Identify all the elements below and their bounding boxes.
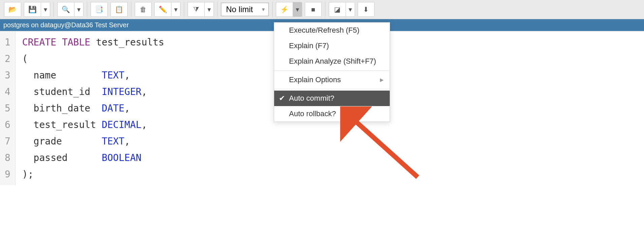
- line-number: 4: [5, 84, 10, 100]
- caret-down-icon: ▼: [261, 7, 266, 12]
- save-button[interactable]: 💾: [24, 2, 41, 17]
- line-number: 1: [5, 34, 10, 51]
- check-icon: ✔: [279, 94, 285, 103]
- code-area[interactable]: CREATE TABLE test_results( name TEXT, st…: [15, 31, 164, 185]
- filter-split: ⧩ ▾: [188, 2, 214, 17]
- execute-button[interactable]: ⚡: [276, 2, 293, 17]
- copy-icon: 📑: [95, 5, 103, 13]
- line-number: 3: [5, 67, 10, 84]
- trash-icon: 🗑: [140, 6, 147, 13]
- edit-button[interactable]: ✏️: [154, 2, 171, 17]
- line-gutter: 123456789: [0, 31, 15, 185]
- clear-button[interactable]: ◪: [329, 2, 346, 17]
- line-number: 7: [5, 133, 10, 150]
- caret-down-icon: ▾: [174, 5, 178, 13]
- caret-down-icon: ▾: [207, 5, 211, 13]
- save-split: 💾 ▾: [24, 2, 50, 17]
- clear-split: ◪ ▾: [329, 2, 355, 17]
- toolbar-separator: [217, 2, 218, 17]
- menu-separator: [274, 70, 390, 71]
- toolbar-separator: [272, 2, 272, 17]
- caret-down-icon: ▾: [44, 5, 47, 13]
- clear-dropdown-button[interactable]: ▾: [346, 2, 355, 17]
- menu-auto-rollback[interactable]: Auto rollback?: [274, 106, 390, 122]
- delete-button[interactable]: 🗑: [135, 2, 152, 17]
- line-number: 8: [5, 150, 10, 166]
- search-icon: 🔍: [62, 5, 70, 13]
- save-dropdown-button[interactable]: ▾: [41, 2, 50, 17]
- download-icon: ⬇: [363, 5, 369, 13]
- caret-down-icon: ▾: [77, 5, 80, 13]
- menu-explain[interactable]: Explain (F7): [274, 38, 390, 54]
- toolbar-separator: [325, 2, 325, 17]
- line-number: 5: [5, 100, 10, 117]
- execute-dropdown-button[interactable]: ▾: [293, 2, 302, 17]
- row-limit-label: No limit: [226, 5, 253, 14]
- line-number: 9: [5, 166, 10, 183]
- line-number: 2: [5, 51, 10, 67]
- download-button[interactable]: ⬇: [358, 2, 375, 17]
- chevron-right-icon: ▸: [380, 75, 384, 84]
- menu-explain-analyze[interactable]: Explain Analyze (Shift+F7): [274, 54, 390, 69]
- menu-explain-options[interactable]: Explain Options ▸: [274, 72, 390, 88]
- filter-button[interactable]: ⧩: [188, 2, 204, 17]
- edit-split: ✏️ ▾: [154, 2, 181, 17]
- find-button[interactable]: 🔍: [57, 2, 74, 17]
- connection-text: postgres on dataguy@Data36 Test Server: [3, 21, 129, 29]
- filter-icon: ⧩: [193, 6, 199, 13]
- save-icon: 💾: [28, 5, 37, 13]
- row-limit-select[interactable]: No limit ▼: [221, 3, 269, 16]
- edit-icon: ✏️: [159, 5, 167, 13]
- filter-dropdown-button[interactable]: ▾: [204, 2, 214, 17]
- menu-execute-refresh[interactable]: Execute/Refresh (F5): [274, 23, 390, 38]
- execute-split: ⚡ ▾: [276, 2, 302, 17]
- copy-button[interactable]: 📑: [91, 2, 108, 17]
- line-number: 6: [5, 117, 10, 133]
- caret-down-icon: ▾: [296, 5, 299, 13]
- folder-open-icon: 📂: [8, 5, 17, 13]
- edit-dropdown-button[interactable]: ▾: [171, 2, 181, 17]
- toolbar-separator: [54, 2, 54, 17]
- caret-down-icon: ▾: [349, 5, 352, 13]
- eraser-icon: ◪: [334, 5, 341, 13]
- find-dropdown-button[interactable]: ▾: [74, 2, 84, 17]
- toolbar-separator: [131, 2, 131, 17]
- stop-icon: ■: [311, 6, 315, 13]
- paste-button[interactable]: 📋: [110, 2, 128, 17]
- open-file-button[interactable]: 📂: [4, 2, 21, 17]
- toolbar: 📂 💾 ▾ 🔍 ▾ 📑 📋 🗑 ✏️ ▾ ⧩ ▾ No limit ▼ ⚡ ▾ …: [0, 0, 644, 19]
- find-split: 🔍 ▾: [57, 2, 84, 17]
- lightning-icon: ⚡: [280, 5, 289, 13]
- paste-icon: 📋: [115, 5, 123, 13]
- menu-auto-commit[interactable]: ✔ Auto commit?: [274, 91, 390, 106]
- toolbar-separator: [87, 2, 87, 17]
- stop-button[interactable]: ■: [305, 2, 322, 17]
- execute-dropdown-menu: Execute/Refresh (F5) Explain (F7) Explai…: [274, 22, 390, 122]
- menu-separator: [274, 89, 390, 89]
- toolbar-separator: [184, 2, 184, 17]
